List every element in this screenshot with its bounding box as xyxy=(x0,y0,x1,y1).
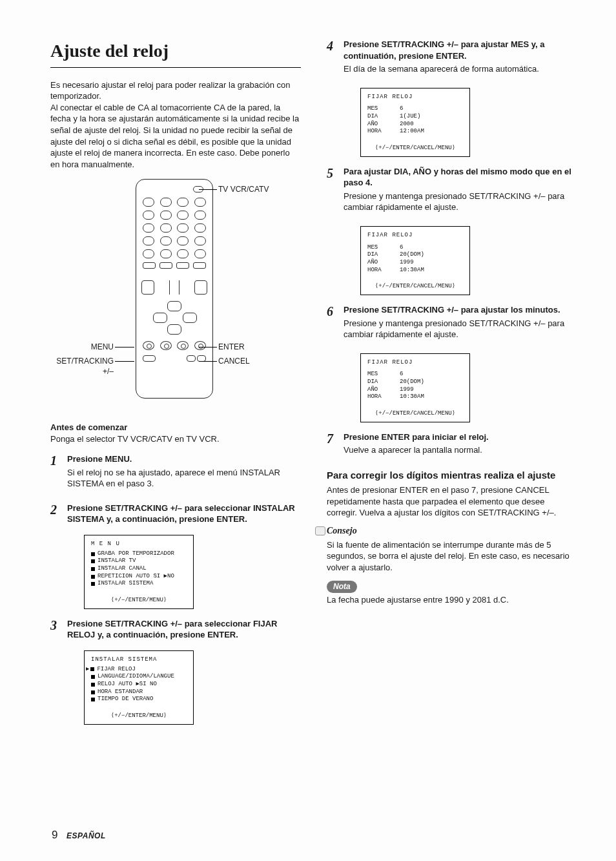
tip-label: Consejo xyxy=(327,525,357,537)
step-4: 4 Presione SET/TRACKING +/– para ajustar… xyxy=(327,39,577,80)
screen-step4: FIJAR RELOJ MES6 DIA1(JUE) AÑO2000 HORA1… xyxy=(360,88,470,157)
screen-step3: INSTALAR SISTEMA ▶FIJAR RELOJ LANGUAGE/I… xyxy=(84,650,194,725)
remote-outline xyxy=(136,179,213,399)
callout-menu: MENU xyxy=(91,342,114,352)
callout-set: SET/TRACKING +/– xyxy=(49,356,114,377)
page-title: Ajuste del reloj xyxy=(50,39,301,68)
step-7: 7 Presione ENTER para iniciar el reloj. … xyxy=(327,431,577,461)
correct-text: Antes de presionar ENTER en el paso 7, p… xyxy=(327,484,577,519)
correct-heading: Para corregir los dígitos mientras reali… xyxy=(327,469,577,482)
step-3: 3 Presione SET/TRACKING +/– para selecci… xyxy=(50,618,301,643)
step-1: 1 Presione MENU. Si el reloj no se ha aj… xyxy=(50,453,301,495)
remote-diagram: TV VCR/CATV MENU SET/TRACKING +/– ENTER … xyxy=(50,179,301,411)
note-text: La fecha puede ajustarse entre 1990 y 20… xyxy=(327,594,577,606)
tip-text: Si la fuente de alimentación se interrum… xyxy=(327,539,577,574)
step-6: 6 Presione SET/TRACKING +/– para ajustar… xyxy=(327,304,577,346)
step-2: 2 Presione SET/TRACKING +/– para selecci… xyxy=(50,503,301,527)
before-begin: Antes de comenzar Ponga el selector TV V… xyxy=(50,422,301,444)
screen-step6: FIJAR RELOJ MES6 DIA20(DOM) AÑO1999 HORA… xyxy=(360,353,470,422)
callout-enter: ENTER xyxy=(218,342,245,352)
screen-step5: FIJAR RELOJ MES6 DIA20(DOM) AÑO1999 HORA… xyxy=(360,226,470,295)
step-5: 5 Para ajustar DIA, AÑO y horas del mism… xyxy=(327,166,577,218)
screen-step2: M E N U GRABA POR TEMPORIZADOR INSTALAR … xyxy=(84,535,194,609)
callout-cancel: CANCEL xyxy=(218,356,250,366)
intro-text: Es necesario ajustar el reloj para poder… xyxy=(50,79,301,170)
page-footer: 9 ESPAÑOL xyxy=(52,828,106,843)
note-label: Nota xyxy=(327,581,357,592)
callout-tv: TV VCR/CATV xyxy=(218,184,269,194)
